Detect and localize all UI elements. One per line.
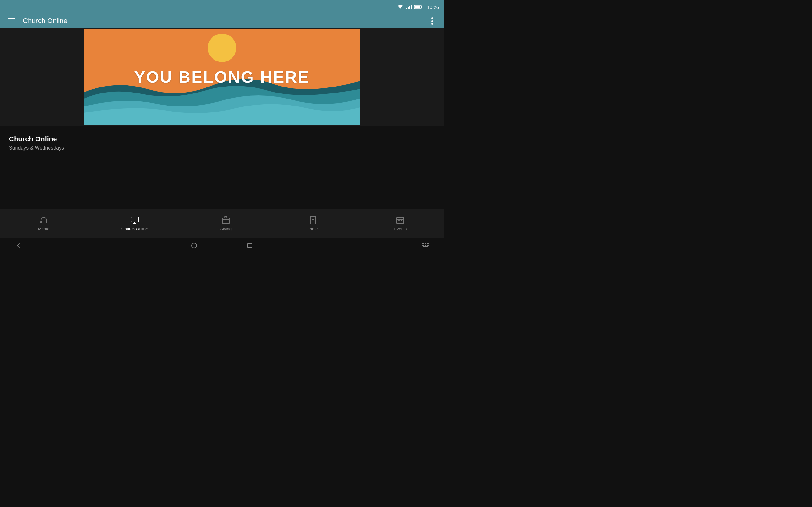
app-bar: 10:26 Church Online: [0, 0, 444, 28]
svg-rect-6: [421, 6, 422, 8]
church-info-section: Church Online Sundays & Wednesdays: [0, 126, 222, 160]
dot-1: [432, 17, 433, 19]
sys-nav-center: [189, 240, 256, 251]
svg-rect-3: [409, 6, 410, 9]
svg-point-9: [208, 34, 236, 62]
wifi-icon: [397, 5, 403, 9]
svg-rect-35: [423, 245, 424, 245]
svg-rect-31: [425, 243, 426, 244]
svg-rect-32: [426, 243, 427, 244]
svg-rect-12: [131, 217, 139, 222]
nav-item-bible[interactable]: Bible: [297, 213, 329, 234]
svg-rect-28: [248, 243, 252, 248]
more-options-button[interactable]: [425, 14, 439, 28]
nav-label-bible: Bible: [308, 227, 317, 231]
hero-area: YOU BELONG HERE: [0, 28, 444, 126]
svg-rect-2: [408, 7, 409, 9]
svg-rect-34: [422, 245, 423, 245]
menu-line-1: [8, 18, 15, 19]
svg-rect-33: [428, 243, 429, 244]
hero-banner[interactable]: YOU BELONG HERE: [84, 29, 360, 125]
nav-item-church-online[interactable]: Church Online: [115, 213, 154, 234]
svg-rect-37: [426, 245, 427, 245]
status-time: 10:26: [427, 4, 439, 10]
nav-item-events[interactable]: Events: [385, 213, 416, 234]
svg-rect-26: [401, 220, 402, 222]
svg-rect-39: [423, 246, 428, 247]
svg-rect-10: [40, 221, 42, 223]
home-button[interactable]: [189, 240, 200, 251]
recents-button[interactable]: [244, 240, 256, 251]
svg-rect-21: [397, 217, 404, 224]
dot-2: [432, 20, 433, 22]
menu-line-3: [8, 23, 15, 23]
book-icon: [309, 216, 317, 225]
svg-rect-25: [398, 220, 400, 222]
hamburger-menu-button[interactable]: [5, 14, 19, 28]
nav-label-giving: Giving: [220, 227, 232, 231]
nav-item-media[interactable]: Media: [28, 213, 60, 234]
nav-label-church-online: Church Online: [121, 227, 148, 231]
nav-label-events: Events: [394, 227, 407, 231]
system-navigation-bar: [0, 238, 444, 253]
svg-rect-30: [423, 243, 424, 244]
keyboard-button[interactable]: [420, 240, 432, 251]
battery-icon: [414, 5, 422, 9]
svg-rect-1: [406, 8, 407, 9]
svg-rect-38: [428, 245, 429, 245]
svg-rect-11: [46, 221, 47, 223]
svg-point-0: [400, 9, 401, 9]
monitor-icon: [131, 216, 139, 225]
nav-label-media: Media: [38, 227, 49, 231]
hero-tagline: YOU BELONG HERE: [134, 67, 310, 87]
menu-line-2: [8, 20, 15, 21]
church-schedule: Sundays & Wednesdays: [9, 145, 213, 151]
svg-rect-4: [411, 5, 412, 9]
svg-rect-29: [422, 243, 423, 244]
app-bar-title: Church Online: [23, 17, 425, 25]
svg-rect-36: [425, 245, 426, 245]
church-name: Church Online: [9, 135, 213, 143]
gift-icon: [221, 216, 230, 225]
svg-point-27: [192, 243, 197, 248]
back-button[interactable]: [13, 240, 24, 251]
nav-item-giving[interactable]: Giving: [210, 213, 242, 234]
signal-icon: [406, 5, 412, 9]
svg-rect-7: [415, 6, 420, 8]
bottom-navigation: Media Church Online Giving: [0, 209, 444, 238]
dot-3: [432, 23, 433, 25]
calendar-icon: [396, 216, 405, 225]
headphones-icon: [39, 216, 48, 225]
